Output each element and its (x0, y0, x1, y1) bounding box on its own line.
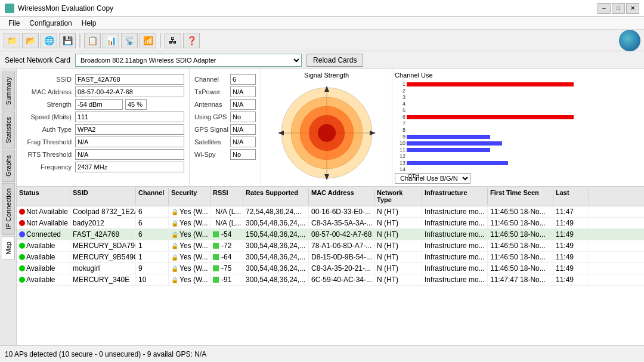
cell-value: 9 (138, 264, 143, 273)
td-rates-supported: 300,54,48,36,24,... (243, 263, 309, 274)
txpower-value: N/A (230, 86, 256, 97)
menu-bar: File Configuration Help (0, 17, 644, 30)
td-mac-address: 00-16-6D-33-E0-... (309, 206, 374, 217)
col-header-channel[interactable]: Channel (136, 188, 169, 205)
td-network-type: N (HT) (374, 206, 422, 217)
cell-value: 00-16-6D-33-E0-... (311, 208, 371, 216)
antennas-row: Antennas N/A (194, 99, 256, 110)
cell-value: Infrastructure mo... (425, 219, 485, 227)
table-row[interactable]: ConnectedFAST_42A7686🔒Yes (W...-54150,54… (17, 229, 644, 240)
cell-value: MERCURY_8DA79C (73, 242, 136, 250)
channel-chart: 1234567891011121314OTH (395, 81, 642, 171)
cell-value: Yes (W... (179, 276, 208, 284)
cell-value: N (HT) (377, 242, 398, 250)
col-header-status[interactable]: Status (17, 188, 70, 205)
tab-statistics[interactable]: Statistics (2, 112, 15, 148)
cell-value: Yes (W... (179, 230, 208, 239)
status-label: Available (26, 253, 55, 261)
td-channel: 6 (136, 206, 169, 217)
table-row[interactable]: Availablemokugirl9🔒Yes (W...-75300,54,48… (17, 263, 644, 274)
satellites-row: Satellites N/A (194, 137, 256, 147)
upper-section: SSID FAST_42A768 MAC Address 08-57-00-42… (17, 69, 644, 187)
td-rates-supported: 300,54,48,36,24,... (243, 218, 309, 228)
td-infrastructure: Infrastructure mo... (422, 229, 488, 240)
table-row[interactable]: AvailableMERCURY_9B549C1🔒Yes (W...-64300… (17, 252, 644, 263)
lock-icon: 🔒 (171, 243, 178, 249)
rssi-indicator (213, 265, 219, 271)
reload-cards-button[interactable]: Reload Cards (306, 54, 363, 67)
toolbar-btn-3[interactable]: 💾 (59, 33, 76, 48)
table-body[interactable]: Not AvailableCoolpad 8732_1E2A6🔒Yes (W..… (17, 206, 644, 345)
td-last: 11:49 (553, 263, 589, 274)
cell-value: Coolpad 8732_1E2A (73, 208, 136, 216)
col-header-last[interactable]: Last (553, 188, 589, 205)
channel-row-14: 14 (395, 166, 642, 172)
table-row[interactable]: Not AvailableCoolpad 8732_1E2A6🔒Yes (W..… (17, 206, 644, 218)
close-button[interactable]: ✕ (626, 3, 639, 14)
cell-value: Infrastructure mo... (425, 264, 485, 273)
col-header-mac-address[interactable]: MAC Address (309, 188, 374, 205)
col-header-rates-supported[interactable]: Rates Supported (243, 188, 309, 205)
col-header-rssi[interactable]: RSSI (210, 188, 243, 205)
network-card-select[interactable]: Broadcom 802.11abgn Wireless SDIO Adapte… (75, 54, 302, 67)
toolbar-btn-5[interactable]: 📊 (103, 33, 119, 48)
menu-help[interactable]: Help (77, 18, 101, 29)
channel-bar-11 (407, 148, 490, 152)
ssid-value: FAST_42A768 (75, 74, 184, 85)
channel-bar-13 (407, 161, 508, 165)
cell-value: mokugirl (73, 264, 100, 273)
td-channel: 10 (136, 274, 169, 285)
freq-label: Frequency (21, 163, 75, 171)
tab-graphs[interactable]: Graphs (2, 150, 15, 182)
td-security: 🔒Yes (W... (169, 206, 210, 217)
col-header-network-type[interactable]: Network Type (374, 188, 422, 205)
col-header-ssid[interactable]: SSID (70, 188, 136, 205)
menu-file[interactable]: File (4, 18, 24, 29)
cell-value: C8-3A-35-5A-3A-... (311, 219, 373, 227)
col-header-first-time-seen[interactable]: First Time Seen (488, 188, 553, 205)
toolbar-btn-1[interactable]: 📂 (22, 33, 39, 48)
tab-ip-connection[interactable]: IP Connection (2, 183, 15, 235)
toolbar-btn-7[interactable]: 📶 (140, 33, 156, 48)
cell-value: -72 (221, 242, 231, 250)
td-last: 11:49 (553, 252, 589, 262)
menu-configuration[interactable]: Configuration (24, 18, 76, 29)
channel-bar-9 (407, 135, 490, 139)
cell-value: N (HT) (377, 219, 398, 227)
globe-icon (619, 30, 640, 51)
status-label: Connected (26, 230, 61, 239)
minimize-button[interactable]: – (597, 3, 611, 14)
col-header-infrastructure[interactable]: Infrastructure (422, 188, 488, 205)
toolbar-btn-2[interactable]: 🌐 (41, 33, 57, 48)
td-security: 🔒Yes (W... (169, 218, 210, 228)
toolbar: 📁 📂 🌐 💾 📋 📊 📡 📶 🖧 ❓ (0, 30, 644, 51)
toolbar-btn-0[interactable]: 📁 (4, 33, 20, 48)
table-row[interactable]: AvailableMERCURY_8DA79C1🔒Yes (W...-72300… (17, 240, 644, 252)
app-icon (5, 4, 14, 13)
cell-value: D8-15-0D-9B-54-... (311, 253, 372, 261)
channel-num-3: 3 (395, 94, 407, 100)
maximize-button[interactable]: □ (612, 3, 625, 14)
cell-value: 300,54,48,36,24,... (246, 219, 305, 227)
toolbar-btn-4[interactable]: 📋 (84, 33, 101, 48)
gps-signal-value: N/A (230, 124, 256, 135)
svg-marker-14 (278, 131, 284, 135)
tab-summary[interactable]: Summary (2, 72, 15, 110)
speed-value: 111 (75, 112, 184, 122)
cell-value: 11:46:50 18-No... (490, 208, 546, 216)
table-row[interactable]: Not Availablebady20126🔒Yes (W...N/A (L..… (17, 218, 644, 229)
tab-map[interactable]: Map (2, 236, 15, 259)
cell-value: N/A (L... (215, 208, 241, 216)
svg-point-11 (318, 124, 336, 142)
channel-num-13: 13 (395, 160, 407, 166)
channel-value: 6 (230, 74, 256, 85)
toolbar-btn-9[interactable]: ❓ (183, 33, 200, 48)
satellites-value: N/A (230, 137, 256, 147)
td-last: 11:47 (553, 206, 589, 217)
toolbar-btn-6[interactable]: 📡 (121, 33, 138, 48)
toolbar-btn-8[interactable]: 🖧 (165, 33, 181, 48)
gps-panel: Channel 6 TxPower N/A Antennas N/A Using… (190, 69, 261, 186)
td-rssi: N/A (L... (210, 206, 243, 217)
table-row[interactable]: AvailableMERCURY_340E10🔒Yes (W...-91300,… (17, 274, 644, 286)
col-header-security[interactable]: Security (169, 188, 210, 205)
